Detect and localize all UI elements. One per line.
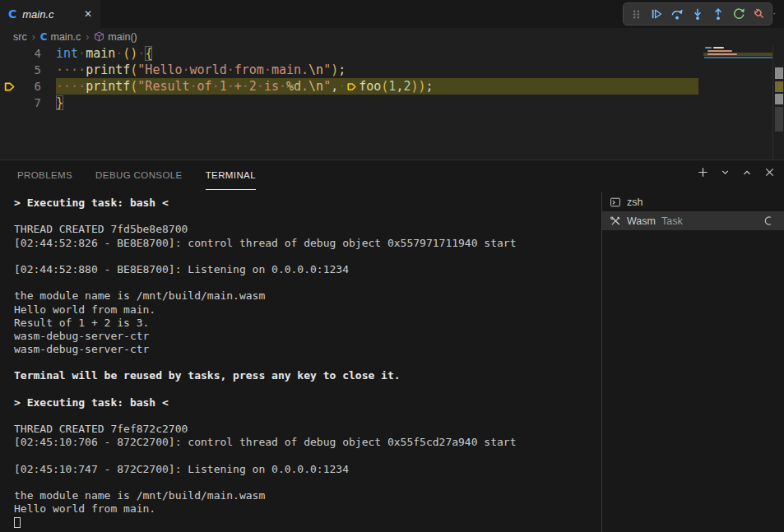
code-token: int xyxy=(56,46,78,61)
code-token: , xyxy=(331,79,338,94)
code-token: · xyxy=(279,79,286,94)
terminal-line: wasm-debug-server-ctr xyxy=(14,343,516,356)
code-token: ; xyxy=(426,79,434,94)
ruler-debug-mark xyxy=(775,81,783,92)
panel-tab-terminal[interactable]: TERMINAL xyxy=(206,160,256,190)
code-content[interactable]: ····printf("Hello·world·from·main.\n"); xyxy=(56,62,346,78)
terminal-line xyxy=(14,516,516,530)
terminal-name: zsh xyxy=(627,197,643,208)
line-number: 5 xyxy=(18,62,41,78)
code-token: foo xyxy=(359,79,381,94)
code-token: main xyxy=(86,46,115,61)
breakpoint-gutter[interactable] xyxy=(0,95,18,111)
c-file-icon: C xyxy=(40,31,48,43)
terminal-line: Hello world from main. xyxy=(14,303,516,317)
terminal-line: [02:44:52:880 - BE8E8700]: Listening on … xyxy=(14,263,516,276)
terminal-line: [02:45:10:747 - 872C2700]: Listening on … xyxy=(14,463,516,476)
tab-close-icon[interactable]: ✕ xyxy=(84,8,92,20)
code-content[interactable]: } xyxy=(56,95,63,111)
continue-icon xyxy=(650,7,663,21)
terminal-list-item-zsh[interactable]: zsh xyxy=(602,192,784,211)
code-content[interactable]: int·main·()·{ xyxy=(56,45,152,62)
code-token: " xyxy=(323,62,331,77)
tab-label: main.c xyxy=(22,8,53,21)
code-token: is xyxy=(264,79,279,94)
ruler-mark xyxy=(775,67,783,79)
code-token: printf xyxy=(86,62,130,77)
debug-current-line-icon[interactable] xyxy=(0,78,18,95)
code-token: + xyxy=(234,79,242,94)
breakpoint-gutter[interactable] xyxy=(0,62,18,78)
terminal-line xyxy=(14,383,516,396)
task-spinner-icon xyxy=(763,215,774,226)
panel-actions xyxy=(697,166,776,178)
debug-restart-button[interactable] xyxy=(729,4,749,24)
new-terminal-button[interactable] xyxy=(697,166,709,178)
panel-tab-debug-console[interactable]: DEBUG CONSOLE xyxy=(95,160,183,190)
line-number: 4 xyxy=(18,45,41,62)
terminal-line: wasm-debug-server-ctr xyxy=(14,330,516,343)
terminal-line: > Executing task: bash < xyxy=(14,197,516,210)
debug-continue-button[interactable] xyxy=(647,4,666,24)
terminal-line: Hello world from main. xyxy=(14,502,516,516)
code-token: · xyxy=(264,62,271,77)
code-token: · xyxy=(78,46,86,61)
code-token: \n xyxy=(308,62,323,77)
plus-icon xyxy=(697,166,709,178)
code-token: · xyxy=(190,79,197,94)
launch-profile-dropdown-button[interactable] xyxy=(720,167,731,178)
code-token: from xyxy=(234,62,264,77)
code-token: } xyxy=(56,95,63,110)
code-line-5: 5····printf("Hello·world·from·main.\n"); xyxy=(0,62,784,78)
minimap-line xyxy=(713,47,724,49)
debug-step-over-button[interactable] xyxy=(667,4,687,24)
close-icon xyxy=(763,166,776,178)
chevron-up-icon xyxy=(741,167,753,178)
code-token: printf xyxy=(86,79,130,94)
code-token: "Result xyxy=(137,79,189,94)
overview-ruler[interactable] xyxy=(772,45,784,160)
gripper-icon xyxy=(631,8,642,21)
terminal-line xyxy=(14,356,516,369)
code-token: "Hello xyxy=(137,62,182,77)
breadcrumb-label: src xyxy=(13,31,27,43)
breadcrumb-item-mainc[interactable]: Cmain.c xyxy=(40,31,81,43)
terminal-line: Terminal will be reused by tasks, press … xyxy=(14,369,516,382)
close-panel-button[interactable] xyxy=(763,166,776,178)
c-file-icon: C xyxy=(8,7,16,21)
code-line-7: 7} xyxy=(0,95,784,111)
code-token: · xyxy=(227,62,234,77)
breadcrumb-item-main[interactable]: main() xyxy=(94,31,137,43)
code-token: 2 xyxy=(249,79,257,94)
code-token: { xyxy=(145,46,152,61)
debug-step-into-button[interactable] xyxy=(688,4,707,24)
code-content[interactable]: ····printf("Result·of·1·+·2·is·%d.\n",·f… xyxy=(56,78,698,95)
minimap[interactable] xyxy=(703,45,772,144)
terminal-line xyxy=(14,450,516,463)
terminal-list-item-wasm[interactable]: WasmTask xyxy=(602,211,784,230)
toolbar-overflow-icon[interactable]: · xyxy=(772,7,776,19)
line-number: 6 xyxy=(18,78,41,95)
breadcrumb-item-src[interactable]: src xyxy=(13,31,27,43)
minimap-line xyxy=(707,53,737,55)
debug-disconnect-button[interactable] xyxy=(749,4,769,24)
panel-tab-list: PROBLEMSDEBUG CONSOLETERMINAL xyxy=(0,160,279,190)
disconnect-icon xyxy=(753,7,766,21)
code-token: ···· xyxy=(56,62,86,77)
terminal-output[interactable]: > Executing task: bash < THREAD CREATED … xyxy=(14,197,516,530)
code-token: world xyxy=(190,62,227,77)
terminal-line: [02:45:10:706 - 872C2700]: control threa… xyxy=(14,436,516,449)
terminal-line xyxy=(14,250,516,263)
code-token: " xyxy=(323,79,331,94)
minimap-line xyxy=(707,50,732,52)
code-editor[interactable]: 4int·main·()·{5····printf("Hello·world·f… xyxy=(0,45,784,160)
toolbar-drag-handle[interactable] xyxy=(626,4,646,24)
code-token: · xyxy=(227,79,234,94)
breadcrumb-separator: › xyxy=(85,31,90,43)
maximize-panel-button[interactable] xyxy=(741,167,753,178)
terminal-line: [02:44:52:826 - BE8E8700]: control threa… xyxy=(14,237,516,250)
tab-main-c[interactable]: C main.c ✕ xyxy=(0,0,100,28)
breakpoint-gutter[interactable] xyxy=(0,45,18,62)
debug-step-out-button[interactable] xyxy=(708,4,728,24)
panel-tab-problems[interactable]: PROBLEMS xyxy=(17,160,72,190)
